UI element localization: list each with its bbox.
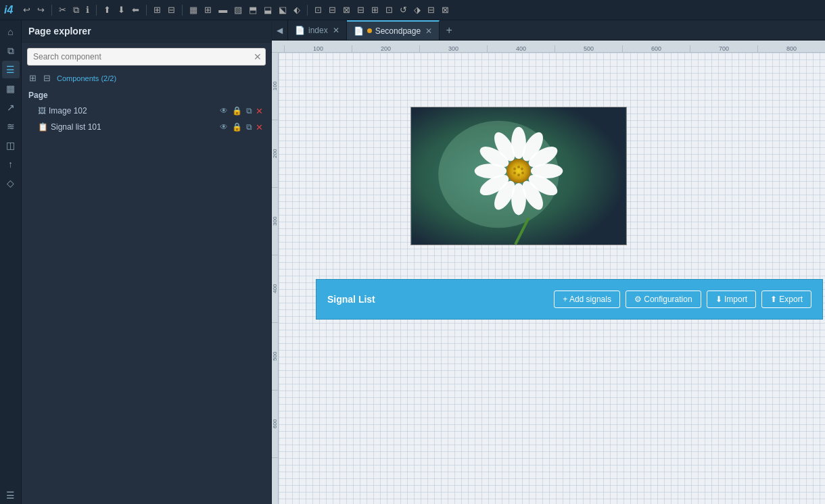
image-102-label: Image 102 [49, 106, 216, 116]
ruler-left-600: 600 [272, 390, 278, 458]
frame-icon[interactable]: ⊡ [312, 3, 324, 16]
tab-modified-dot [367, 28, 372, 33]
tab-index[interactable]: 📄 index ✕ [288, 20, 347, 40]
bring-front-icon[interactable]: ⊡ [383, 3, 395, 16]
grid-icon-tb[interactable]: ▦ [187, 3, 199, 16]
sidebar-item-components[interactable]: ▦ [2, 80, 20, 97]
layout1-icon[interactable]: ⬕ [277, 3, 289, 16]
components-badge: Components (2/2) [57, 74, 116, 82]
left-iconbar: ⌂ ⧉ ☰ ▦ ↗ ≋ ◫ ↑ ◇ ☰ [0, 20, 22, 504]
canvas-wrapper: 100 200 300 400 500 600 [272, 53, 825, 504]
explorer-header: Page explorer [22, 20, 271, 43]
tree-section-page: Page [27, 89, 266, 103]
sidebar-item-widget[interactable]: ◫ [2, 136, 20, 154]
layout2-icon[interactable]: ⬖ [291, 3, 302, 16]
tab-collapse-button[interactable]: ◀ [272, 20, 288, 40]
copy-icon-signal[interactable]: ⧉ [245, 122, 253, 132]
delete-icon-image[interactable]: ✕ [256, 106, 263, 116]
split-icon[interactable]: ⬒ [247, 3, 259, 16]
table-icon[interactable]: ⊞ [202, 3, 214, 16]
ruler-mark-800: 800 [757, 45, 825, 52]
info-icon[interactable]: ℹ [84, 3, 91, 16]
svg-point-17 [521, 172, 524, 174]
ruler-left-200: 200 [272, 120, 278, 188]
undo-icon[interactable]: ↩ [21, 3, 32, 16]
redo-icon[interactable]: ↪ [35, 3, 47, 16]
ruler-mark-600: 600 [622, 45, 690, 52]
sidebar-item-chart[interactable]: ↗ [2, 99, 20, 116]
merge-icon[interactable]: ⬓ [262, 3, 274, 16]
canvas[interactable]: Signal List + Add signals ⚙ Configuratio… [279, 53, 825, 504]
sep1 [51, 5, 52, 16]
signal-list-101-label: Signal list 101 [51, 122, 216, 132]
align-bottom-icon[interactable]: ⬅ [130, 3, 141, 16]
sidebar-item-upload[interactable]: ↑ [2, 155, 20, 173]
tab-secondpage-close[interactable]: ✕ [425, 26, 432, 36]
sidebar-item-shapes[interactable]: ◇ [2, 174, 20, 192]
ruler-left-100: 100 [272, 53, 278, 120]
arrange-icon[interactable]: ⊟ [355, 3, 367, 16]
app-logo: i4 [4, 4, 13, 16]
lock-icon-signal[interactable]: 🔒 [231, 122, 243, 132]
export-icon[interactable]: ⊟ [425, 3, 437, 16]
configuration-button[interactable]: ⚙ Configuration [626, 291, 701, 308]
image-component-102[interactable] [410, 107, 627, 245]
ruler-left-300: 300 [272, 188, 278, 255]
visibility-icon-image[interactable]: 👁 [219, 105, 229, 116]
svg-point-18 [517, 174, 520, 176]
minus-icon[interactable]: ⊟ [327, 3, 338, 16]
ruler-left: 100 200 300 400 500 600 [272, 53, 279, 504]
ruler-mark-700: 700 [690, 45, 757, 52]
ruler-mark-300: 300 [419, 45, 487, 52]
delete-icon-signal[interactable]: ✕ [256, 122, 263, 132]
rotate-icon[interactable]: ↺ [398, 3, 409, 16]
tab-add-button[interactable]: + [440, 20, 458, 40]
cut-icon[interactable]: ✂ [57, 3, 68, 16]
sep5 [307, 5, 308, 16]
tree-item-actions-signal: 👁 🔒 ⧉ ✕ [219, 122, 263, 132]
svg-point-15 [517, 166, 520, 168]
tree-item-image-102[interactable]: 🖼 Image 102 👁 🔒 ⧉ ✕ [27, 103, 266, 119]
send-back-icon[interactable]: ⊞ [369, 3, 381, 16]
flip-icon[interactable]: ⬗ [412, 3, 423, 16]
tree-item-signal-list-101[interactable]: 📋 Signal list 101 👁 🔒 ⧉ ✕ [27, 119, 266, 135]
expand-all-icon[interactable]: ⊞ [27, 72, 39, 84]
search-input[interactable] [27, 48, 266, 66]
search-clear-icon[interactable]: ✕ [254, 51, 262, 62]
sidebar-item-pages[interactable]: ☰ [2, 61, 20, 78]
lock-icon-image[interactable]: 🔒 [231, 105, 243, 116]
plus-icon[interactable]: ⊠ [341, 3, 352, 16]
align-top-icon[interactable]: ⬆ [101, 3, 113, 16]
copy-icon[interactable]: ⧉ [71, 3, 81, 17]
tab-index-close[interactable]: ✕ [333, 26, 339, 35]
sidebar-item-signal[interactable]: ≋ [2, 118, 20, 135]
bar-chart-icon[interactable]: ▬ [216, 3, 229, 16]
signal-list-tree-icon: 📋 [38, 122, 48, 132]
import-button[interactable]: ⬇ Import [707, 291, 756, 308]
tab-secondpage[interactable]: 📄 Secondpage ✕ [347, 20, 440, 40]
main-area: ⌂ ⧉ ☰ ▦ ↗ ≋ ◫ ↑ ◇ ☰ Page explorer ✕ ⊞ ⊟ … [0, 20, 825, 504]
ruler-mark-200: 200 [352, 45, 419, 52]
import-icon[interactable]: ⊠ [440, 3, 451, 16]
distribute-v-icon[interactable]: ⊟ [166, 3, 177, 16]
top-toolbar: i4 ↩ ↪ ✂ ⧉ ℹ ⬆ ⬇ ⬅ ⊞ ⊟ ▦ ⊞ ▬ ▧ ⬒ ⬓ ⬕ ⬖ ⊡… [0, 0, 825, 20]
add-signals-button[interactable]: + Add signals [554, 291, 620, 308]
distribute-h-icon[interactable]: ⊞ [151, 3, 163, 16]
ruler-mark-400: 400 [487, 45, 555, 52]
canvas-area[interactable]: 100 200 300 400 500 600 700 800 100 200 … [272, 41, 825, 504]
collapse-all-icon[interactable]: ⊟ [41, 72, 53, 84]
sidebar-item-settings[interactable]: ☰ [2, 486, 20, 504]
bar-icon[interactable]: ▧ [232, 3, 244, 16]
export-button[interactable]: ⬆ Export [761, 291, 811, 308]
svg-point-14 [506, 159, 531, 183]
tab-secondpage-label: Secondpage [375, 26, 421, 36]
tab-index-icon: 📄 [295, 26, 305, 35]
svg-point-19 [513, 172, 516, 174]
content-area: ◀ 📄 index ✕ 📄 Secondpage ✕ + 100 200 300… [272, 20, 825, 504]
sidebar-item-layers[interactable]: ⧉ [2, 42, 20, 59]
copy-icon-image[interactable]: ⧉ [245, 105, 253, 116]
visibility-icon-signal[interactable]: 👁 [219, 122, 229, 132]
signal-list-component: Signal List + Add signals ⚙ Configuratio… [316, 279, 823, 320]
align-middle-icon[interactable]: ⬇ [116, 3, 127, 16]
sidebar-item-home[interactable]: ⌂ [2, 23, 20, 41]
